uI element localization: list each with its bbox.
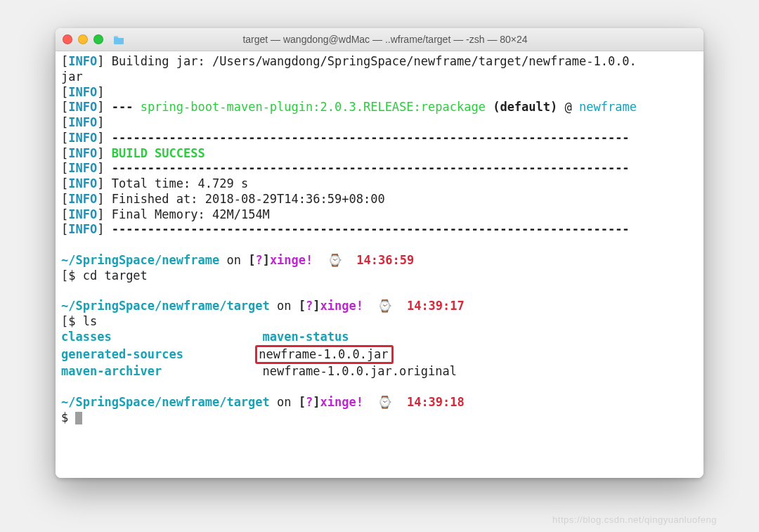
line-build-jar: Building jar: /Users/wangdong/SpringSpac… xyxy=(104,54,636,68)
titlebar[interactable]: target — wangdong@wdMac — ..wframe/targe… xyxy=(56,28,703,51)
ls-item: maven-archiver xyxy=(61,364,162,378)
time: 14:36:59 xyxy=(356,253,414,267)
time: 14:39:18 xyxy=(407,395,465,409)
ls-item: newframe-1.0.0.jar.original xyxy=(263,364,457,378)
branch-mark: ? xyxy=(306,299,313,313)
clock-icon: ⌚ xyxy=(377,395,392,409)
command: $ cd target xyxy=(68,268,148,283)
info-tag: INFO xyxy=(68,100,97,114)
prompt-path: ~/SpringSpace/newframe xyxy=(61,253,219,267)
clock-icon: ⌚ xyxy=(377,299,392,313)
prompt-path: ~/SpringSpace/newframe/target xyxy=(61,395,270,409)
clock-icon: ⌚ xyxy=(327,253,342,267)
dash3: --- xyxy=(104,100,140,114)
stage: target — wangdong@wdMac — ..wframe/targe… xyxy=(0,0,759,532)
branch-mark: ? xyxy=(255,253,262,267)
on: on xyxy=(270,395,299,409)
info-tag: INFO xyxy=(68,161,97,175)
cursor xyxy=(75,412,82,424)
on: on xyxy=(219,253,248,267)
command: $ ls xyxy=(68,314,97,328)
info-tag: INFO xyxy=(68,115,97,129)
dashes: ----------------------------------------… xyxy=(104,161,629,175)
total-time: Total time: 4.729 s xyxy=(104,176,248,190)
terminal-body[interactable]: [INFO] Building jar: /Users/wangdong/Spr… xyxy=(56,51,703,478)
info-tag: INFO xyxy=(68,85,97,99)
ls-item: generated-sources xyxy=(61,347,183,361)
at: @ xyxy=(565,100,579,114)
info-tag: INFO xyxy=(68,207,97,221)
branch: xinge! xyxy=(320,299,363,313)
terminal-window: target — wangdong@wdMac — ..wframe/targe… xyxy=(56,28,703,478)
line-build-jar-wrap: jar xyxy=(61,70,83,84)
time: 14:39:17 xyxy=(407,299,465,313)
default: (default) xyxy=(486,100,565,114)
on: on xyxy=(270,299,299,313)
branch-mark: ? xyxy=(306,395,313,409)
info-tag: INFO xyxy=(68,176,97,190)
info-tag: INFO xyxy=(68,146,97,160)
build-success: BUILD SUCCESS xyxy=(104,146,205,160)
dashes: ----------------------------------------… xyxy=(104,222,629,236)
plugin: spring-boot-maven-plugin:2.0.3.RELEASE:r… xyxy=(141,100,486,114)
final-memory: Final Memory: 42M/154M xyxy=(104,207,269,221)
prompt-path: ~/SpringSpace/newframe/target xyxy=(61,299,270,313)
highlighted-jar: newframe-1.0.0.jar xyxy=(255,345,393,365)
info-tag: INFO xyxy=(68,54,97,68)
info-tag: INFO xyxy=(68,131,97,145)
dashes: ----------------------------------------… xyxy=(104,131,629,145)
window-title: target — wangdong@wdMac — ..wframe/targe… xyxy=(74,34,696,45)
info-tag: INFO xyxy=(68,222,97,236)
branch: xinge! xyxy=(320,395,363,409)
jar-name: newframe-1.0.0.jar xyxy=(259,347,388,361)
ls-item: maven-status xyxy=(263,330,349,344)
project: newframe xyxy=(579,100,637,114)
branch: xinge! xyxy=(270,253,313,267)
prompt-dollar: $ xyxy=(61,410,75,424)
info-tag: INFO xyxy=(68,192,97,206)
close-icon[interactable] xyxy=(63,34,72,44)
ls-item: classes xyxy=(61,330,112,344)
watermark: https://blog.csdn.net/qingyuanluofeng xyxy=(552,514,717,525)
finished-at: Finished at: 2018-08-29T14:36:59+08:00 xyxy=(104,192,384,206)
